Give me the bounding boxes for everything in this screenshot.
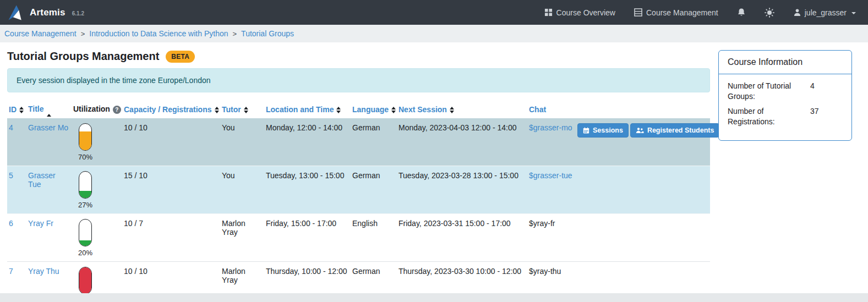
header-utilization: Utilization — [72, 101, 122, 118]
nav-course-management[interactable]: Course Management — [634, 8, 718, 17]
chevron-down-icon — [851, 12, 856, 14]
sort-icon[interactable] — [336, 107, 341, 113]
breadcrumb-course-management[interactable]: Course Management — [4, 29, 77, 38]
breadcrumb-separator: > — [81, 30, 85, 38]
language-cell: German — [351, 166, 397, 214]
header-next-session[interactable]: Next Session — [397, 101, 527, 118]
theme-toggle-button[interactable] — [765, 8, 774, 18]
utilization-label: 27% — [78, 201, 92, 209]
header-chat: Chat — [527, 101, 576, 118]
page-title: Tutorial Groups Management — [7, 50, 159, 63]
table-row: 4 Grasser Mo 70% 10 / 10 You Monday, 12:… — [7, 118, 710, 166]
course-information-card: Course Information Number of Tutorial Gr… — [718, 50, 852, 141]
beta-badge: BETA — [166, 51, 195, 63]
bell-icon — [737, 8, 746, 17]
tutor-cell: You — [220, 166, 264, 214]
capacity-cell: 15 / 10 — [122, 166, 220, 214]
calendar-icon — [583, 127, 589, 134]
brand-name: Artemis — [30, 7, 65, 18]
user-menu[interactable]: jule_grasser — [793, 8, 856, 17]
utilization-label: 20% — [78, 249, 92, 257]
row-id-link[interactable]: 4 — [9, 123, 13, 132]
sort-icon[interactable] — [19, 107, 24, 113]
row-title-link[interactable]: Grasser Tue — [28, 171, 56, 189]
sort-icon[interactable] — [215, 107, 219, 113]
location-cell: Friday, 15:00 - 17:00 — [264, 214, 351, 262]
info-label: Number of Tutorial Groups: — [728, 81, 810, 102]
users-icon — [636, 127, 644, 134]
table-row: 5 Grasser Tue 27% 15 / 10 You Tuesday, 1… — [7, 166, 710, 214]
person-icon — [793, 8, 801, 17]
chat-link[interactable]: $grasser-mo — [529, 123, 572, 132]
row-title-link[interactable]: Yray Fr — [28, 219, 53, 228]
header-language[interactable]: Language — [351, 101, 397, 118]
utilization-label: 70% — [78, 153, 92, 161]
sort-ascending-icon[interactable] — [47, 105, 51, 114]
username-label: jule_grasser — [805, 8, 847, 17]
info-row-registrations: Number of Registrations: 37 — [728, 106, 843, 127]
language-cell: English — [351, 214, 397, 262]
course-information-title: Course Information — [719, 51, 851, 74]
header-capacity[interactable]: Capacity / Registrations — [122, 101, 220, 118]
utilization-gauge: 70% — [73, 123, 97, 161]
tutor-cell: You — [220, 118, 264, 166]
breadcrumb-course-name[interactable]: Introduction to Data Science with Python — [89, 29, 228, 38]
header-actions — [576, 101, 710, 118]
registered-students-button[interactable]: Registered Students — [630, 123, 720, 138]
tutor-cell: Marlon Yray — [220, 214, 264, 262]
info-value: 37 — [810, 106, 819, 127]
header-tutor[interactable]: Tutor — [220, 101, 264, 118]
sort-icon[interactable] — [391, 107, 396, 113]
list-icon — [634, 8, 642, 17]
row-title-link[interactable]: Grasser Mo — [28, 123, 68, 132]
grid-icon — [544, 8, 553, 17]
header-id[interactable]: ID — [7, 101, 26, 118]
breadcrumb-tutorial-groups[interactable]: Tutorial Groups — [241, 29, 294, 38]
brand[interactable]: Artemis 6.1.2 — [8, 4, 84, 21]
next-session-cell: Monday, 2023-04-03 12:00 - 14:00 — [397, 118, 527, 166]
brand-version: 6.1.2 — [72, 8, 84, 17]
row-title-link[interactable]: Yray Thu — [28, 267, 59, 276]
info-value: 4 — [810, 81, 815, 102]
table-row: 6 Yray Fr 20% 10 / 7 Marlon Yray Friday,… — [7, 214, 710, 262]
location-cell: Tuesday, 13:00 - 15:00 — [264, 166, 351, 214]
header-title[interactable]: Title — [26, 101, 72, 118]
row-id-link[interactable]: 6 — [9, 219, 13, 228]
info-row-tutorial-groups: Number of Tutorial Groups: 4 — [728, 81, 843, 102]
breadcrumb: Course Management > Introduction to Data… — [0, 25, 868, 42]
location-cell: Monday, 12:00 - 14:00 — [264, 118, 351, 166]
sun-icon — [765, 8, 774, 18]
sort-icon[interactable] — [244, 107, 248, 113]
top-navbar: Artemis 6.1.2 Course Overview Course Man… — [0, 0, 868, 25]
sessions-button[interactable]: Sessions — [577, 123, 629, 138]
nav-course-management-label: Course Management — [646, 8, 718, 17]
nav-course-overview[interactable]: Course Overview — [544, 8, 615, 17]
help-icon[interactable] — [113, 106, 121, 114]
chat-link[interactable]: $grasser-tue — [529, 171, 572, 180]
artemis-logo-icon — [8, 4, 24, 21]
utilization-gauge: 27% — [73, 171, 97, 209]
table-header-row: ID Title Utilization Capacity / Registra… — [7, 101, 710, 118]
header-location[interactable]: Location and Time — [264, 101, 351, 118]
utilization-gauge: 20% — [73, 219, 97, 257]
timezone-alert: Every session displayed in the time zone… — [7, 68, 710, 92]
capacity-cell: 10 / 10 — [122, 118, 220, 166]
language-cell: German — [351, 118, 397, 166]
sort-icon[interactable] — [450, 107, 454, 113]
capacity-cell: 10 / 7 — [122, 214, 220, 262]
chat-text: $yray-fr — [527, 214, 576, 262]
tutorial-groups-table: ID Title Utilization Capacity / Registra… — [7, 101, 710, 302]
info-label: Number of Registrations: — [728, 106, 810, 127]
row-id-link[interactable]: 5 — [9, 171, 13, 180]
footer-bar — [0, 293, 868, 302]
next-session-cell: Friday, 2023-03-31 15:00 - 17:00 — [397, 214, 527, 262]
breadcrumb-separator: > — [233, 30, 237, 38]
next-session-cell: Tuesday, 2023-03-28 13:00 - 15:00 — [397, 166, 527, 214]
nav-course-overview-label: Course Overview — [556, 8, 615, 17]
notifications-button[interactable] — [737, 8, 746, 17]
row-id-link[interactable]: 7 — [9, 267, 13, 276]
